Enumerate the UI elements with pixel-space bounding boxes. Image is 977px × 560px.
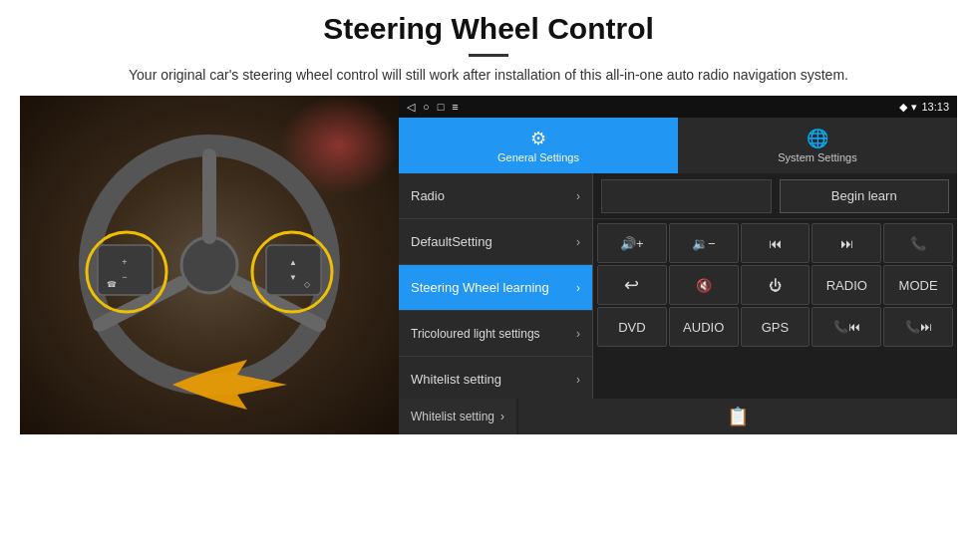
vol-up-button[interactable]: 🔊+ xyxy=(597,223,667,263)
vol-down-button[interactable]: 🔉− xyxy=(669,223,739,263)
tab-general[interactable]: ⚙ General Settings xyxy=(399,118,678,173)
chevron-icon: › xyxy=(576,189,580,203)
svg-text:◇: ◇ xyxy=(304,280,311,289)
tab-general-label: General Settings xyxy=(497,151,579,163)
menu-icon: ≡ xyxy=(452,101,458,113)
mute-button[interactable]: 🔇 xyxy=(669,265,739,305)
whitelist-button[interactable]: Whitelist setting › xyxy=(399,399,516,434)
recents-icon: □ xyxy=(438,101,445,113)
menu-item-tricoloured[interactable]: Tricoloured light settings › xyxy=(399,311,592,357)
status-time: 13:13 xyxy=(921,101,949,113)
vol-down-icon: 🔉− xyxy=(692,236,716,251)
menu-whitelist-label: Whitelist setting xyxy=(411,372,501,387)
wifi-icon: ▾ xyxy=(911,101,917,114)
android-panel: ◁ ○ □ ≡ ◆ ▾ 13:13 ⚙ General Settings xyxy=(399,96,957,434)
next-track-icon: ⏭ xyxy=(840,236,853,251)
controls-row-2: ↩ 🔇 ⏻ RADIO MOD xyxy=(597,265,953,305)
chevron-icon: › xyxy=(576,235,580,249)
power-button[interactable]: ⏻ xyxy=(741,265,811,305)
controls-grid: 🔊+ 🔉− ⏮ ⏭ 📞 xyxy=(593,219,957,351)
prev-track-button[interactable]: ⏮ xyxy=(741,223,811,263)
page-title: Steering Wheel Control xyxy=(323,12,654,46)
svg-rect-9 xyxy=(266,245,321,295)
whitelist-label: Whitelist setting xyxy=(411,410,494,423)
settings-tabs: ⚙ General Settings 🌐 System Settings xyxy=(399,118,957,173)
bottom-bar: Whitelist setting › 📋 xyxy=(399,399,957,434)
back-call-icon: ↩ xyxy=(624,274,639,296)
menu-steering-label: Steering Wheel learning xyxy=(411,280,549,295)
svg-text:▲: ▲ xyxy=(289,258,297,267)
chevron-icon: › xyxy=(500,410,504,423)
svg-text:−: − xyxy=(122,272,127,282)
phone-next-button[interactable]: 📞⏭ xyxy=(883,307,953,347)
status-right: ◆ ▾ 13:13 xyxy=(899,101,949,114)
audio-button[interactable]: AUDIO xyxy=(669,307,739,347)
phone-button[interactable]: 📞 xyxy=(883,223,953,263)
back-icon: ◁ xyxy=(407,101,415,114)
next-track-button[interactable]: ⏭ xyxy=(812,223,881,263)
gps-button[interactable]: GPS xyxy=(741,307,811,347)
chevron-icon: › xyxy=(576,281,580,295)
left-menu: Radio › DefaultSetting › Steering Wheel … xyxy=(399,173,593,399)
dvd-button[interactable]: DVD xyxy=(597,307,667,347)
main-content: + − ☎ ▲ ▼ ◇ xyxy=(20,96,957,434)
system-settings-icon: 🌐 xyxy=(807,128,828,149)
chevron-icon: › xyxy=(576,327,580,341)
phone-next-icon: 📞⏭ xyxy=(905,320,932,334)
begin-learn-button[interactable]: Begin learn xyxy=(780,179,950,213)
menu-radio-label: Radio xyxy=(411,188,445,203)
radio-button[interactable]: RADIO xyxy=(812,265,881,305)
page-container: Steering Wheel Control Your original car… xyxy=(0,0,977,560)
general-settings-icon: ⚙ xyxy=(530,128,546,149)
phone-prev-button[interactable]: 📞⏮ xyxy=(812,307,881,347)
vol-up-icon: 🔊+ xyxy=(620,236,644,251)
menu-item-radio[interactable]: Radio › xyxy=(399,173,592,219)
menu-item-steering[interactable]: Steering Wheel learning › xyxy=(399,265,592,311)
gps-label: GPS xyxy=(762,320,789,335)
menu-item-whitelist[interactable]: Whitelist setting › xyxy=(399,357,592,399)
arrow-svg xyxy=(167,355,307,415)
tab-system[interactable]: 🌐 System Settings xyxy=(678,118,957,173)
begin-learn-row: Begin learn xyxy=(593,173,957,219)
menu-default-label: DefaultSetting xyxy=(411,234,492,249)
file-area: 📋 xyxy=(518,399,957,434)
mute-icon: 🔇 xyxy=(696,278,712,293)
file-icon: 📋 xyxy=(727,406,749,427)
blank-input-box xyxy=(601,179,772,213)
prev-track-icon: ⏮ xyxy=(769,236,782,251)
steering-wheel-panel: + − ☎ ▲ ▼ ◇ xyxy=(20,96,399,434)
content-area: Radio › DefaultSetting › Steering Wheel … xyxy=(399,173,957,399)
status-bar: ◁ ○ □ ≡ ◆ ▾ 13:13 xyxy=(399,96,957,118)
mode-button[interactable]: MODE xyxy=(883,265,953,305)
home-icon: ○ xyxy=(423,101,430,113)
page-subtitle: Your original car's steering wheel contr… xyxy=(129,65,848,86)
title-divider xyxy=(469,54,508,57)
menu-item-default[interactable]: DefaultSetting › xyxy=(399,219,592,265)
controls-row-1: 🔊+ 🔉− ⏮ ⏭ 📞 xyxy=(597,223,953,263)
mode-label: MODE xyxy=(899,278,938,293)
steering-wheel-bg: + − ☎ ▲ ▼ ◇ xyxy=(20,96,399,434)
menu-tricoloured-label: Tricoloured light settings xyxy=(411,327,540,341)
dvd-label: DVD xyxy=(618,320,645,335)
svg-point-1 xyxy=(181,237,237,293)
right-panel: Begin learn 🔊+ 🔉− xyxy=(593,173,957,399)
status-left: ◁ ○ □ ≡ xyxy=(407,101,459,114)
svg-text:☎: ☎ xyxy=(107,280,117,289)
svg-text:+: + xyxy=(122,257,127,267)
audio-label: AUDIO xyxy=(683,320,724,335)
tab-system-label: System Settings xyxy=(778,151,856,163)
power-icon: ⏻ xyxy=(769,278,782,293)
phone-icon: 📞 xyxy=(910,236,926,251)
phone-prev-icon: 📞⏮ xyxy=(833,320,860,334)
radio-label: RADIO xyxy=(826,278,867,293)
chevron-icon: › xyxy=(576,373,580,387)
svg-text:▼: ▼ xyxy=(289,273,297,282)
back-call-button[interactable]: ↩ xyxy=(597,265,667,305)
controls-row-3: DVD AUDIO GPS 📞⏮ xyxy=(597,307,953,347)
location-icon: ◆ xyxy=(899,101,907,114)
